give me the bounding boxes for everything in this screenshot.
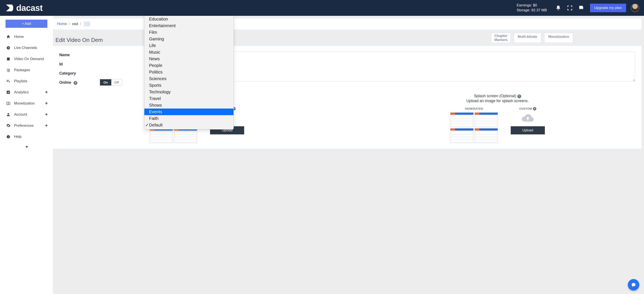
category-option-label: Life [149,43,156,48]
upgrade-plan-button[interactable]: Upgrade my plan [590,4,626,12]
dollar-icon: $ [6,101,11,106]
category-option-label: Events [149,109,162,114]
expand-icon[interactable]: + [45,101,48,106]
custom-heading: CUSTOM [519,107,532,110]
category-option-label: Sports [149,83,162,88]
category-option[interactable]: ✓Default [144,122,234,128]
svg-rect-5 [8,92,8,93]
category-option[interactable]: Music [144,49,234,56]
playlist-add-icon [6,79,11,84]
toggle-off[interactable]: Off [111,79,122,85]
sidebar-item-label: Video On Demand [14,57,44,61]
category-option[interactable]: News [144,56,234,62]
category-option[interactable]: Travel [144,95,234,102]
header-icons [556,5,584,11]
online-label: Online ? [59,79,94,85]
category-option-label: Film [149,30,157,35]
category-option[interactable]: Sciences [144,75,234,82]
account-usage: Earnings: $0 Storage: 82.37 MB [517,3,547,13]
svg-rect-6 [8,92,8,93]
category-option[interactable]: Events [144,108,234,115]
add-button[interactable]: + Add [6,20,47,28]
sidebar-item-label: Help [14,135,22,139]
sidebar-item-account[interactable]: Account+ [0,109,53,120]
avatar[interactable] [631,4,639,12]
fullscreen-icon[interactable] [567,5,572,11]
name-label: Name [59,52,94,57]
splash-option[interactable] [450,112,474,127]
thumbnail-option[interactable] [174,128,197,143]
info-icon [6,134,11,139]
tab-monetization[interactable]: Monetization [544,33,573,43]
svg-text:$: $ [8,102,9,104]
sidebar-item-playlists[interactable]: Playlists [0,76,53,87]
category-option[interactable]: Faith [144,115,234,122]
sidebar-item-analytics[interactable]: Analytics+ [0,87,53,98]
category-option[interactable]: Film [144,29,234,36]
category-option[interactable]: Shows [144,102,234,108]
sidebar-item-preferences[interactable]: Preferences+ [0,120,53,131]
category-label: Category [59,70,94,76]
sidebar-item-packages[interactable]: Packages [0,65,53,76]
list-indent-icon [6,68,11,72]
sidebar-item-label: Preferences [14,123,34,128]
online-toggle[interactable]: On Off [100,79,122,86]
tab-chapter-markers[interactable]: Chapter Markers [491,33,510,43]
help-icon[interactable]: ? [517,94,521,98]
brand-logo-icon [5,3,14,13]
sidebar-item-help[interactable]: Help [0,131,53,142]
breadcrumb-vod: vod [72,22,78,26]
category-option-label: News [149,56,160,61]
main-content: EducationEntertainmentFilmGamingLifeMusi… [53,16,644,294]
category-option[interactable]: People [144,62,234,69]
generated-heading: GENERATED [450,107,498,110]
expand-icon[interactable]: + [45,89,48,95]
category-option[interactable]: Politics [144,69,234,75]
splash-option[interactable] [450,128,474,143]
tab-multi-bitrate[interactable]: Multi-bitrate [514,33,542,43]
support-chat-button[interactable] [628,279,639,290]
brand[interactable]: dacast [5,3,43,13]
svg-rect-13 [8,136,8,136]
category-option[interactable]: Sports [144,82,234,89]
category-option-label: Default [149,123,162,127]
sidebar-item-label: Analytics [14,90,28,94]
sidebar-item-home[interactable]: Home [0,31,53,42]
svg-rect-2 [7,58,8,60]
splash-title: Splash screen (Optional) [474,94,516,98]
thumbnail-option[interactable] [150,128,173,143]
category-option[interactable]: Entertainment [144,23,234,29]
generated-splash[interactable] [450,112,498,143]
chat-icon[interactable] [578,5,584,11]
id-label: Id [59,61,94,66]
collapse-sidebar-icon[interactable] [24,144,29,149]
splash-option[interactable] [474,128,498,143]
bar-chart-icon [6,90,11,95]
category-dropdown[interactable]: EducationEntertainmentFilmGamingLifeMusi… [144,16,234,129]
expand-icon[interactable]: + [45,112,48,117]
help-icon[interactable]: ? [533,107,536,110]
splash-option[interactable] [474,112,498,127]
sidebar-item-label: Home [14,35,24,39]
category-option[interactable]: Gaming [144,36,234,42]
description-textarea[interactable] [228,52,635,81]
toggle-on[interactable]: On [100,79,111,85]
expand-icon[interactable]: + [45,123,48,128]
category-option-label: People [149,63,162,68]
sidebar-item-live-channels[interactable]: Live Channels [0,42,53,53]
home-icon [6,34,11,39]
earnings-value: $0 [533,3,537,7]
sidebar-item-video-on-demand[interactable]: Video On Demand [0,53,53,65]
bell-icon[interactable] [556,5,561,11]
breadcrumb-home[interactable]: Home [57,22,67,26]
upload-splash-button[interactable]: Upload [511,126,545,134]
brand-name: dacast [16,3,43,13]
category-option[interactable]: Technology [144,89,234,95]
film-icon [6,57,11,61]
category-option[interactable]: Life [144,42,234,49]
page-title: Edit Video On Dem [56,37,103,43]
breadcrumb-thumb-icon [84,22,90,26]
sidebar-item-monetization[interactable]: $Monetization+ [0,98,53,109]
category-option[interactable]: Education [144,16,234,23]
help-icon[interactable]: ? [74,81,78,85]
